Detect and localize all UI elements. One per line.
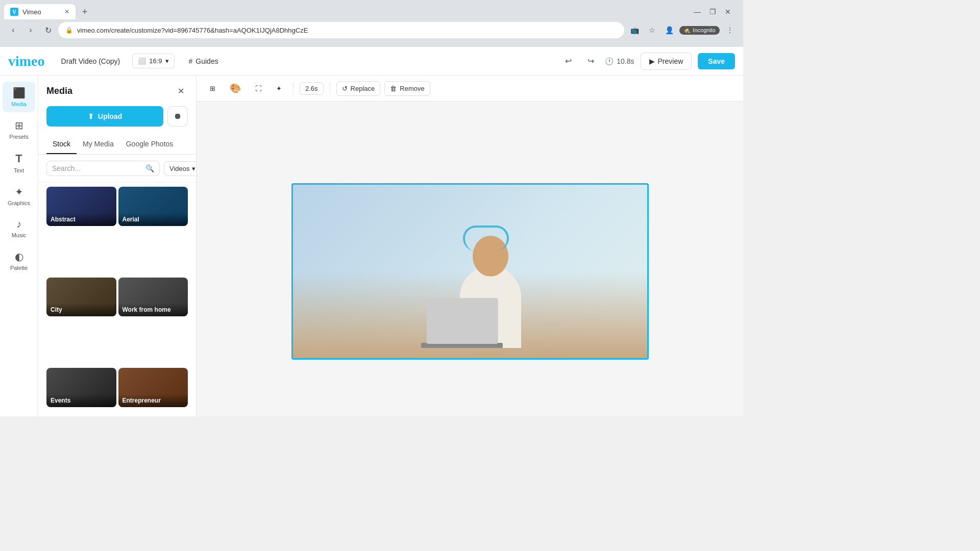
more-icon[interactable]: ⋮: [723, 23, 737, 37]
toolbar-separator-2: [330, 82, 330, 94]
media-thumb-abstract[interactable]: Abstract: [46, 187, 116, 226]
guides-button[interactable]: # Guides: [183, 54, 225, 68]
remove-label: Remove: [400, 85, 424, 92]
media-thumb-aerial[interactable]: Aerial: [118, 187, 188, 226]
vimeo-favicon: V: [10, 8, 18, 16]
bookmark-icon[interactable]: ☆: [645, 23, 659, 37]
media-thumb-city[interactable]: City: [46, 278, 116, 317]
search-input[interactable]: [52, 164, 141, 172]
preview-label: Preview: [658, 57, 683, 65]
media-thumb-entrepreneur[interactable]: Entrepreneur: [118, 368, 188, 407]
app: vimeo Draft Video (Copy) ⬜ 16:9 ▾ # Guid…: [0, 47, 743, 416]
replace-button[interactable]: ↺ Replace: [336, 81, 381, 96]
ratio-icon: ⬜: [138, 57, 146, 65]
sidebar-item-presets[interactable]: ⊞ Presets: [3, 114, 35, 145]
panel-close-button[interactable]: ✕: [174, 84, 188, 98]
new-tab-button[interactable]: +: [78, 5, 92, 19]
refresh-button[interactable]: ↻: [41, 23, 55, 37]
media-thumb-wfh[interactable]: Work from home: [118, 278, 188, 317]
music-label: Music: [12, 232, 27, 238]
media-panel: Media ✕ ⬆ Upload ⏺ Stock My Media Google…: [38, 76, 197, 416]
sidebar-item-music[interactable]: ♪ Music: [3, 213, 35, 243]
media-label: Media: [11, 101, 27, 107]
guides-label: Guides: [195, 57, 218, 65]
record-button[interactable]: ⏺: [167, 106, 188, 127]
video-frame[interactable]: ⟳: [291, 183, 649, 360]
redo-button[interactable]: ↪: [582, 53, 599, 69]
grid-icon: ⊞: [210, 85, 215, 92]
browser-tab[interactable]: V Vimeo ✕: [4, 4, 76, 19]
media-grid: Abstract Aerial City Work from home Even…: [38, 183, 196, 416]
preview-button[interactable]: ▶ Preview: [641, 53, 692, 70]
search-input-wrap[interactable]: 🔍: [46, 161, 160, 176]
address-bar[interactable]: 🔒 vimeo.com/create/customize?vid=8967457…: [58, 22, 624, 38]
filter-dropdown[interactable]: Videos ▾: [164, 161, 197, 176]
tab-stock[interactable]: Stock: [46, 135, 77, 154]
text-icon: T: [15, 152, 22, 165]
top-bar: vimeo Draft Video (Copy) ⬜ 16:9 ▾ # Guid…: [0, 47, 743, 76]
clip-duration: 2.6s: [300, 82, 324, 95]
clock-icon: 🕐: [605, 57, 614, 65]
thumb-label-abstract: Abstract: [46, 213, 116, 226]
total-duration: 🕐 10.8s: [605, 57, 634, 65]
maximize-button[interactable]: ❐: [705, 5, 720, 19]
graphics-label: Graphics: [8, 200, 30, 206]
minimize-button[interactable]: —: [690, 5, 704, 19]
replace-label: Replace: [351, 85, 375, 92]
ratio-label: 16:9: [149, 57, 162, 65]
close-button[interactable]: ✕: [721, 5, 735, 19]
play-icon: ▶: [649, 57, 655, 65]
media-icon: ⬛: [13, 87, 26, 99]
thumb-label-wfh: Work from home: [118, 303, 188, 316]
upload-icon: ⬆: [88, 112, 94, 120]
palette-icon: ◐: [15, 251, 23, 263]
canvas-area: ⊞ 🎨 ⛶ ✦ 2.6s ↺ Repl: [197, 76, 743, 416]
ratio-selector[interactable]: ⬜ 16:9 ▾: [132, 54, 174, 68]
panel-title: Media: [46, 86, 72, 96]
undo-button[interactable]: ↩: [560, 53, 576, 69]
forward-button[interactable]: ›: [23, 23, 38, 37]
media-tabs: Stock My Media Google Photos: [38, 135, 196, 155]
media-thumb-events[interactable]: Events: [46, 368, 116, 407]
upload-button[interactable]: ⬆ Upload: [46, 106, 163, 127]
save-button[interactable]: Save: [698, 53, 735, 69]
profile-icon[interactable]: 👤: [662, 23, 676, 37]
toolbar-separator: [293, 82, 293, 94]
thumb-label-events: Events: [46, 394, 116, 407]
canvas-main: ⟳: [197, 102, 743, 416]
sidebar-item-media[interactable]: ⬛ Media: [3, 82, 35, 112]
incognito-badge: 🕵 Incognito: [679, 26, 720, 35]
palette-label: Palette: [10, 265, 28, 271]
window-controls: — ❐ ✕: [690, 5, 735, 19]
incognito-label: Incognito: [693, 27, 716, 33]
graphics-icon: ✦: [15, 186, 23, 198]
tab-title: Vimeo: [22, 8, 41, 16]
thumb-label-aerial: Aerial: [118, 213, 188, 226]
sidebar-item-text[interactable]: T Text: [3, 147, 35, 179]
presets-label: Presets: [9, 134, 28, 140]
left-nav: ⬛ Media ⊞ Presets T Text ✦ Graphics ♪ Mu…: [0, 76, 38, 416]
sidebar-item-palette[interactable]: ◐ Palette: [3, 245, 35, 276]
remove-button[interactable]: 🗑 Remove: [384, 81, 430, 96]
color-wheel-button[interactable]: 🎨: [225, 80, 246, 97]
effects-button[interactable]: ✦: [271, 82, 287, 95]
close-tab-button[interactable]: ✕: [64, 8, 69, 15]
browser-chrome: V Vimeo ✕ + — ❐ ✕ ‹ › ↻ 🔒 vimeo.com/crea…: [0, 0, 743, 47]
tab-my-media[interactable]: My Media: [77, 135, 120, 154]
fullscreen-button[interactable]: ⛶: [250, 82, 267, 95]
canvas-toolbar: ⊞ 🎨 ⛶ ✦ 2.6s ↺ Repl: [197, 76, 743, 102]
draft-title[interactable]: Draft Video (Copy): [57, 55, 125, 67]
sidebar-item-graphics[interactable]: ✦ Graphics: [3, 181, 35, 211]
search-icon: 🔍: [145, 164, 154, 172]
thumb-label-entrepreneur: Entrepreneur: [118, 394, 188, 407]
tab-google-photos[interactable]: Google Photos: [120, 135, 180, 154]
text-label: Text: [14, 167, 24, 173]
music-icon: ♪: [16, 218, 21, 230]
back-button[interactable]: ‹: [6, 23, 20, 37]
vimeo-logo: vimeo: [8, 53, 45, 69]
replace-icon: ↺: [342, 85, 348, 92]
cast-icon[interactable]: 📺: [627, 23, 642, 37]
upload-label: Upload: [98, 112, 122, 120]
grid-view-button[interactable]: ⊞: [205, 82, 220, 95]
color-icon: 🎨: [230, 83, 241, 94]
